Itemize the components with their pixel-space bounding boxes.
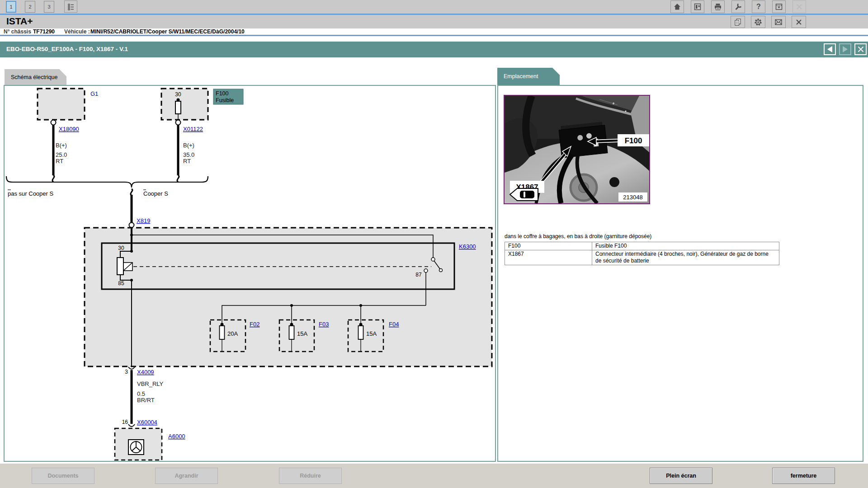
image-number: 213048 (623, 194, 642, 201)
connector-hook (128, 367, 135, 369)
vehicle-info-bar: N° châssis TF71290 Véhicule : MINI/R52/C… (0, 28, 868, 36)
close-icon (857, 45, 865, 53)
gear-icon (754, 18, 763, 27)
f100-pin: 30 (175, 91, 181, 98)
f100-box (161, 89, 208, 120)
component-code: F100 (505, 242, 592, 250)
branch-right-label: Cooper S (143, 190, 168, 197)
view-button-3[interactable]: 3 (44, 1, 54, 13)
photo-label-f100: F100 (625, 136, 642, 145)
relay-coil (117, 258, 123, 275)
tools-button[interactable] (731, 0, 745, 13)
mail-icon (774, 18, 783, 27)
report-icon (733, 18, 742, 27)
component-code: X1867 (505, 250, 592, 265)
fuse-amps: 15A (297, 330, 307, 337)
switch-contact-87 (424, 269, 428, 272)
view-button-2[interactable]: 2 (25, 1, 35, 13)
wiring-diagram: G1 X18090 B(+) 25.0 RT 30 F100 Fusible X… (5, 86, 495, 461)
tab-schema-electrique[interactable]: Schéma électrique (5, 69, 66, 85)
back-button[interactable] (824, 43, 836, 55)
gas-generator-icon (128, 440, 144, 455)
view-button-1[interactable]: 1 (6, 1, 16, 13)
tab-label: Emplacement (504, 73, 538, 80)
connector-point (129, 223, 134, 228)
close-view-button (793, 0, 806, 13)
f100-label: F100 (216, 90, 229, 97)
x819-link[interactable]: X819 (137, 217, 150, 224)
f100-wire-color: RT (183, 158, 191, 164)
close-document-button[interactable] (854, 43, 867, 55)
wrench-icon (734, 2, 743, 11)
f02-link[interactable]: F02 (250, 321, 259, 328)
ista-window: 1 2 3 (0, 0, 868, 488)
g1-signal: B(+) (56, 142, 67, 149)
forward-icon (843, 46, 848, 52)
g1-wire-color: RT (56, 158, 63, 164)
fermeture-button[interactable]: fermeture (772, 468, 835, 484)
vehicle-value: MINI/R52/CABRIOLET/Cooper S/W11/MEC/ECE/… (90, 28, 245, 35)
f100-signal: B(+) (183, 142, 194, 149)
fuse-amps: 15A (366, 330, 377, 337)
settings-button[interactable] (751, 16, 765, 28)
switch-contact (439, 269, 443, 272)
plein-ecran-button[interactable]: Plein écran (650, 468, 712, 484)
relay-pin-30: 30 (118, 245, 124, 251)
k6300-link[interactable]: K6300 (459, 243, 476, 250)
help-button[interactable]: ? (752, 0, 765, 13)
print-button[interactable] (711, 0, 725, 13)
g1-link[interactable]: G1 (90, 90, 98, 97)
component-table: F100 Fusible F100 X1867 Connecteur inter… (505, 242, 779, 265)
close-app-button[interactable] (792, 16, 806, 28)
component-description: Fusible F100 (592, 242, 779, 250)
output-wire-color: BR/RT (137, 397, 155, 404)
tab-emplacement[interactable]: Emplacement (497, 68, 560, 85)
documents-button: Documents (32, 468, 94, 484)
close-icon (795, 2, 804, 11)
tab-label: Schéma électrique (11, 74, 58, 80)
location-photo: X1867 F100 213048 (504, 95, 650, 204)
x01122-link[interactable]: X01122 (183, 126, 203, 132)
relay-pin-87: 87 (415, 272, 422, 278)
wire-break (177, 175, 179, 182)
branch-left-label: pas sur Cooper S (8, 190, 53, 197)
vehicle-label: Véhicule : (64, 28, 90, 35)
junction-dot (359, 304, 362, 307)
fuse-amps: 20A (227, 330, 238, 337)
g1-box (38, 89, 85, 120)
control-unit-icon (693, 2, 702, 11)
x4009-link[interactable]: X4009 (137, 369, 154, 375)
f03-link[interactable]: F03 (319, 321, 329, 328)
location-caption: dans le coffre à bagages, en bas à droit… (505, 233, 651, 239)
connector-point (51, 120, 56, 125)
document-bar: EBO-EBO-R50_EF100A - F100, X1867 - V.1 (0, 42, 868, 57)
f100-section: 35.0 (183, 151, 194, 158)
print-icon (713, 2, 722, 11)
wire-break (52, 175, 54, 182)
table-row: F100 Fusible F100 (505, 242, 779, 250)
document-title: EBO-EBO-R50_EF100A - F100, X1867 - V.1 (6, 46, 128, 52)
report-button[interactable] (731, 16, 745, 28)
relay-pin-85: 85 (118, 280, 124, 286)
trunk-photo: X1867 F100 213048 (505, 96, 649, 203)
junction-dot (290, 304, 293, 307)
wire-break (131, 189, 132, 196)
f04-link[interactable]: F04 (389, 321, 399, 328)
x18090-link[interactable]: X18090 (59, 126, 79, 132)
list-view-button[interactable] (64, 0, 77, 13)
app-title-row: ISTA+ (0, 15, 868, 28)
close-icon (794, 18, 803, 27)
back-icon (827, 46, 832, 52)
forward-button (839, 43, 851, 55)
minimize-window-button[interactable] (772, 0, 786, 13)
x60004-link[interactable]: X60004 (137, 419, 157, 426)
a6000-link[interactable]: A6000 (168, 433, 185, 440)
agrandir-button: Agrandir (155, 468, 218, 484)
chassis-label: N° châssis (4, 28, 31, 35)
mail-button[interactable] (771, 16, 786, 28)
home-button[interactable] (670, 0, 684, 13)
connector-point (176, 120, 181, 125)
f100-desc: Fusible (216, 97, 234, 103)
control-unit-button[interactable] (691, 0, 704, 13)
home-icon (673, 2, 682, 11)
